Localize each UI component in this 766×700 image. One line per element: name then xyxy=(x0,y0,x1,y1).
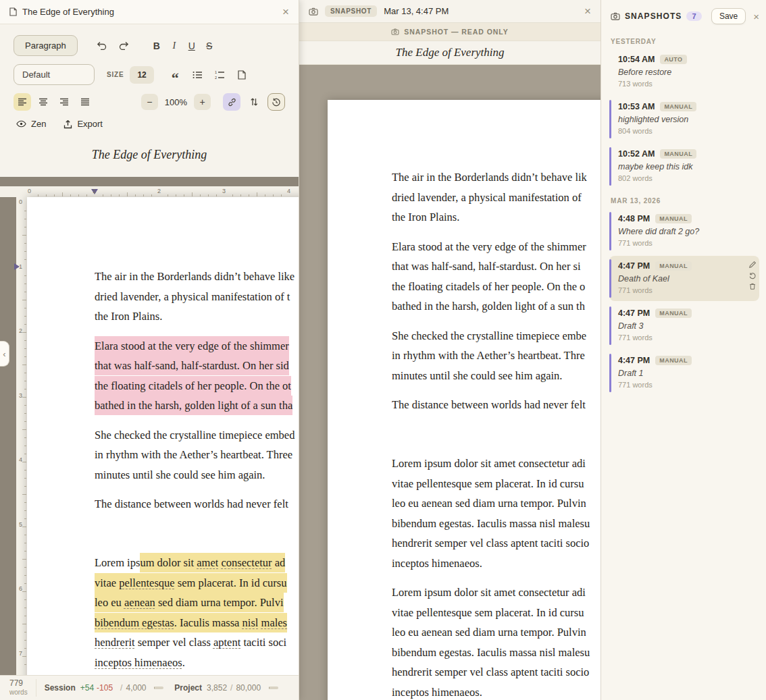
paragraph: Lorem ipsum dolor sit amet consectetur a… xyxy=(392,454,601,573)
underline-button[interactable]: U xyxy=(183,38,201,54)
camera-icon xyxy=(309,7,318,16)
editor-close-button[interactable]: × xyxy=(282,6,289,18)
numbered-list-icon[interactable]: 12 xyxy=(211,66,229,84)
sort-swap-icon[interactable] xyxy=(245,93,263,111)
paragraph: She checked the crystalline timepiece em… xyxy=(95,425,299,485)
snapshot-type-badge: MANUAL xyxy=(655,308,692,318)
status-bar: 779 words Session +54 -105 / 4,000 Proje… xyxy=(0,675,299,700)
align-left-button[interactable] xyxy=(14,93,31,111)
snapshot-item[interactable]: 10:52 AMMANUALmaybe keep this idk802 wor… xyxy=(609,144,759,189)
export-button[interactable]: Export xyxy=(63,119,103,129)
svg-text:1: 1 xyxy=(215,71,217,74)
session-label: Session xyxy=(45,683,76,693)
snapshot-name: maybe keep this idk xyxy=(618,162,744,171)
snapshot-item[interactable]: 4:47 PMMANUALDeath of Kael771 words xyxy=(609,256,759,301)
toolbar-row-font: Default SIZE 12 12 xyxy=(14,64,285,85)
toolbar-row-modes: Zen Export xyxy=(14,119,285,129)
editor-toolbar: Paragraph B I U S Default SIZE 12 xyxy=(0,24,299,138)
ruler-line-marker[interactable] xyxy=(14,263,20,270)
document-icon xyxy=(9,7,17,16)
zoom-level: 100% xyxy=(165,97,187,107)
italic-button[interactable]: I xyxy=(165,38,183,54)
zoom-out-button[interactable]: − xyxy=(141,94,158,110)
snapshot-preview-panel: SNAPSHOT Mar 13, 4:47 PM × SNAPSHOT — RE… xyxy=(299,0,601,700)
paragraph-style-button[interactable]: Paragraph xyxy=(14,35,78,56)
session-progress-bar xyxy=(154,686,163,689)
preview-close-button[interactable]: × xyxy=(584,5,591,17)
panel-collapse-handle[interactable]: ‹ xyxy=(0,341,9,367)
snapshots-close-button[interactable]: × xyxy=(753,11,759,22)
ruler-number: 1 xyxy=(93,188,96,194)
snapshot-name: Death of Kael xyxy=(618,274,744,284)
snapshot-type-badge: MANUAL xyxy=(655,214,692,223)
save-snapshot-button[interactable]: Save xyxy=(711,8,746,24)
paragraph: The distance between worlds had never fe… xyxy=(95,494,299,514)
ruler-number: 7 xyxy=(19,650,22,657)
snapshot-item[interactable]: 10:54 AMAUTOBefore restore713 words xyxy=(609,49,759,95)
app: The Edge of Everything × Paragraph B I U… xyxy=(0,0,766,700)
align-right-button[interactable] xyxy=(55,93,73,111)
history-snapshots-icon[interactable] xyxy=(267,93,285,111)
word-count-label: words xyxy=(9,689,28,697)
bullet-list-icon[interactable] xyxy=(188,66,207,84)
bold-button[interactable]: B xyxy=(148,38,165,54)
snapshot-item[interactable]: 10:53 AMMANUALhighlighted version804 wor… xyxy=(609,97,759,142)
align-justify-button[interactable] xyxy=(76,93,94,111)
window-title: The Edge of Everything xyxy=(22,7,114,17)
font-size-value[interactable]: 12 xyxy=(130,66,153,84)
session-separator: / xyxy=(120,683,122,693)
snapshot-time: 4:47 PM xyxy=(618,356,650,365)
zoom-in-button[interactable]: + xyxy=(194,94,211,110)
snapshot-type-badge: MANUAL xyxy=(660,149,696,159)
restore-snapshot-button[interactable] xyxy=(746,271,759,280)
snapshot-timestamp: Mar 13, 4:47 PM xyxy=(384,6,449,16)
snapshot-word-count: 802 words xyxy=(618,174,744,182)
snapshot-item[interactable]: 4:47 PMMANUALDraft 3771 words xyxy=(609,303,759,348)
snapshot-word-count: 771 words xyxy=(618,286,744,294)
paragraph: Elara stood at the very edge of the shim… xyxy=(95,336,299,416)
undo-button[interactable] xyxy=(93,37,111,55)
paragraph xyxy=(392,425,601,445)
page-break-icon[interactable] xyxy=(233,66,251,84)
svg-text:2: 2 xyxy=(215,75,217,78)
preview-document-title: The Edge of Everything xyxy=(299,41,601,65)
strikethrough-button[interactable]: S xyxy=(201,38,218,54)
project-count: 3,852 xyxy=(207,683,227,693)
snapshot-time: 4:47 PM xyxy=(618,308,650,318)
edit-snapshot-button[interactable] xyxy=(746,260,759,269)
zen-label: Zen xyxy=(31,119,46,129)
editor-viewport: 01234 01234567 The air in the Borderland… xyxy=(0,177,299,675)
ruler-number: 2 xyxy=(19,327,22,334)
snapshot-item[interactable]: 4:47 PMMANUALDraft 1771 words xyxy=(609,350,759,396)
paragraph: Lorem ipsum dolor sit amet consectetur a… xyxy=(95,553,299,672)
font-select[interactable]: Default xyxy=(14,64,95,85)
redo-button[interactable] xyxy=(115,37,133,55)
ruler-number: 0 xyxy=(28,188,31,194)
snapshot-word-count: 771 words xyxy=(618,239,744,247)
snapshot-name: Before restore xyxy=(618,68,744,77)
editor-header: The Edge of Everything × xyxy=(0,0,299,24)
link-icon[interactable] xyxy=(223,93,240,111)
camera-icon xyxy=(611,12,620,20)
preview-header: SNAPSHOT Mar 13, 4:47 PM × xyxy=(299,0,601,23)
zen-mode-button[interactable]: Zen xyxy=(16,119,46,129)
snapshot-item[interactable]: 4:48 PMMANUALWhere did draft 2 go?771 wo… xyxy=(609,209,759,254)
ruler-number: 4 xyxy=(287,188,290,194)
project-goal: 80,000 xyxy=(236,683,261,693)
blockquote-icon[interactable] xyxy=(166,66,184,84)
editor-document-area: 01234567 The air in the Borderlands didn… xyxy=(0,197,299,675)
snapshot-word-count: 713 words xyxy=(618,80,744,88)
ruler-number: 3 xyxy=(19,392,22,399)
snapshot-word-count: 771 words xyxy=(618,381,744,389)
readonly-label: SNAPSHOT — READ ONLY xyxy=(404,28,508,36)
editor-panel: The Edge of Everything × Paragraph B I U… xyxy=(0,0,299,700)
editor-page[interactable]: The air in the Borderlands didn’t behave… xyxy=(27,197,299,675)
zen-eye-icon xyxy=(16,120,26,128)
paragraph: Elara stood at the very edge of the shim… xyxy=(392,237,601,317)
delete-snapshot-button[interactable] xyxy=(746,281,759,291)
session-removed: -105 xyxy=(97,683,113,693)
align-center-button[interactable] xyxy=(34,93,52,111)
readonly-banner: SNAPSHOT — READ ONLY xyxy=(299,23,601,41)
paragraph: The air in the Borderlands didn’t behave… xyxy=(392,167,601,227)
snapshot-actions xyxy=(746,260,759,291)
